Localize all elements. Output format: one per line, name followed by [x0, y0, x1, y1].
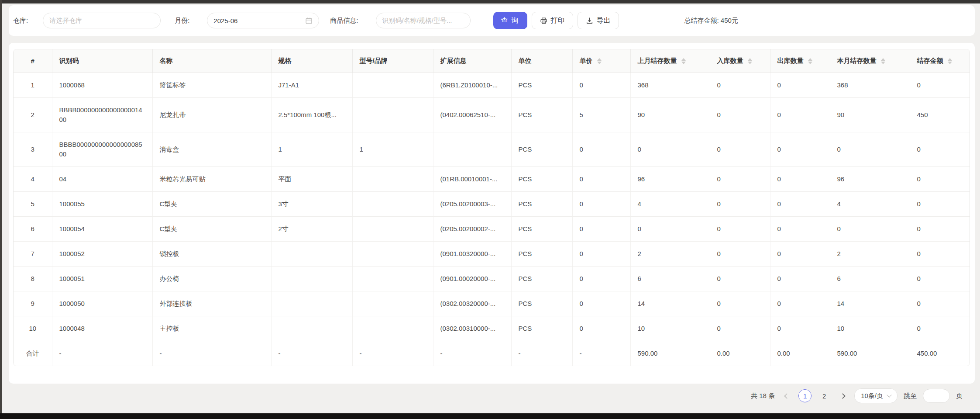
cell-outbound-qty: 0 — [770, 291, 830, 316]
cell-inbound-qty: 0 — [710, 192, 770, 217]
cell-spec: - — [271, 341, 352, 366]
cell-balance-amount: 0 — [910, 192, 970, 217]
cell-name: 主控板 — [152, 316, 271, 341]
cell-model-brand — [352, 192, 433, 217]
column-label: 上月结存数量 — [638, 57, 677, 65]
jump-page-input[interactable] — [923, 389, 950, 403]
cell-current-month-qty: 10 — [830, 316, 910, 341]
cell-outbound-qty: 0 — [770, 316, 830, 341]
prev-page-button[interactable] — [781, 389, 792, 402]
cell-unit-price: 5 — [572, 98, 630, 132]
inventory-table-card: #识别码名称规格型号/品牌扩展信息单位单价上月结存数量入库数量出库数量本月结存数… — [9, 43, 975, 384]
column-header-balance-amount[interactable]: 结存金额 — [910, 49, 970, 73]
cell-ext-info: (0302.00310000-... — [433, 316, 511, 341]
cell-outbound-qty: 0 — [770, 132, 830, 167]
cell-unit: PCS — [511, 132, 572, 167]
cell-outbound-qty: 0 — [770, 73, 830, 98]
cell-index: 10 — [14, 316, 52, 341]
cell-unit-price: 0 — [572, 132, 630, 167]
cell-inbound-qty: 0 — [710, 316, 770, 341]
page-size-select[interactable]: 10条/页 — [854, 388, 897, 403]
pagination: 共 18 条 12 10条/页 跳至 页 — [751, 387, 963, 405]
cell-balance-amount: 0 — [910, 267, 970, 291]
cell-name: C型夹 — [152, 192, 271, 217]
cell-outbound-qty: 0 — [770, 217, 830, 242]
column-label: 单价 — [580, 57, 593, 65]
column-header-ext-info: 扩展信息 — [433, 49, 511, 73]
column-header-unit-price[interactable]: 单价 — [572, 49, 630, 73]
cell-unit: PCS — [511, 167, 572, 192]
cell-index: 3 — [14, 132, 52, 167]
page-button-2[interactable]: 2 — [818, 389, 831, 402]
column-label: 识别码 — [59, 57, 79, 65]
cell-unit: PCS — [511, 242, 572, 267]
cell-last-month-qty: 0 — [630, 217, 710, 242]
cell-outbound-qty: 0 — [770, 98, 830, 132]
next-page-button[interactable] — [837, 389, 848, 402]
cell-index: 5 — [14, 192, 52, 217]
cell-spec — [271, 242, 352, 267]
cell-last-month-qty: 14 — [630, 291, 710, 316]
month-value: 2025-06 — [213, 17, 237, 24]
cell-current-month-qty: 590.00 — [830, 341, 910, 366]
export-button-label: 导出 — [597, 16, 611, 25]
cell-unit-price: 0 — [572, 291, 630, 316]
cell-index: 9 — [14, 291, 52, 316]
product-info-placeholder: 识别码/名称/规格/型号... — [382, 17, 452, 25]
cell-unit: PCS — [511, 98, 572, 132]
cell-inbound-qty: 0 — [710, 98, 770, 132]
cell-model-brand — [352, 98, 433, 132]
column-header-inbound-qty[interactable]: 入库数量 — [710, 49, 770, 73]
total-balance-amount: 总结存金额: 450元 — [684, 17, 738, 25]
sort-icon — [808, 58, 812, 64]
cell-index: 6 — [14, 217, 52, 242]
cell-last-month-qty: 90 — [630, 98, 710, 132]
table-row: 61000054C型夹2寸(0205.00200002-...PCS000000 — [14, 217, 970, 242]
column-header-current-month-qty[interactable]: 本月结存数量 — [830, 49, 910, 73]
column-header-unit: 单位 — [511, 49, 572, 73]
sort-icon — [881, 58, 885, 64]
cell-current-month-qty: 14 — [830, 291, 910, 316]
cell-spec — [271, 267, 352, 291]
cell-last-month-qty: 590.00 — [630, 341, 710, 366]
query-button[interactable]: 查 询 — [493, 12, 527, 29]
cell-name: 外部连接板 — [152, 291, 271, 316]
sort-icon — [597, 58, 602, 64]
sort-icon — [681, 58, 686, 64]
cell-unit-price: 0 — [572, 217, 630, 242]
cell-code: 1000048 — [52, 316, 152, 341]
cell-last-month-qty: 96 — [630, 167, 710, 192]
cell-balance-amount: 0 — [910, 242, 970, 267]
cell-balance-amount: 0 — [910, 167, 970, 192]
month-picker[interactable]: 2025-06 — [207, 13, 319, 28]
sort-icon — [748, 58, 752, 64]
cell-unit: - — [511, 341, 572, 366]
cell-ext-info: (0302.00320000-... — [433, 291, 511, 316]
column-header-model-brand: 型号/品牌 — [352, 49, 433, 73]
cell-current-month-qty: 6 — [830, 267, 910, 291]
column-header-last-month-qty[interactable]: 上月结存数量 — [630, 49, 710, 73]
calendar-icon — [305, 17, 313, 24]
column-header-spec: 规格 — [271, 49, 352, 73]
warehouse-select[interactable]: 请选择仓库 — [43, 13, 161, 28]
cell-unit: PCS — [511, 217, 572, 242]
cell-unit-price: 0 — [572, 316, 630, 341]
product-info-input[interactable]: 识别码/名称/规格/型号... — [376, 13, 471, 28]
cell-outbound-qty: 0 — [770, 242, 830, 267]
cell-name: 锁控板 — [152, 242, 271, 267]
cell-index: 2 — [14, 98, 52, 132]
cell-current-month-qty: 96 — [830, 167, 910, 192]
cell-spec: J71-A1 — [271, 73, 352, 98]
table-row: 51000055C型夹3寸(0205.00200003-...PCS040040 — [14, 192, 970, 217]
cell-unit: PCS — [511, 291, 572, 316]
cell-ext-info: (0901.00020000-... — [433, 267, 511, 291]
cell-inbound-qty: 0 — [710, 132, 770, 167]
print-button[interactable]: 打印 — [532, 12, 573, 29]
cell-unit-price: 0 — [572, 192, 630, 217]
page-button-1[interactable]: 1 — [798, 389, 812, 402]
month-label: 月份: — [175, 17, 189, 25]
export-button[interactable]: 导出 — [578, 12, 619, 29]
cell-last-month-qty: 10 — [630, 316, 710, 341]
cell-model-brand — [352, 291, 433, 316]
column-header-outbound-qty[interactable]: 出库数量 — [770, 49, 830, 73]
